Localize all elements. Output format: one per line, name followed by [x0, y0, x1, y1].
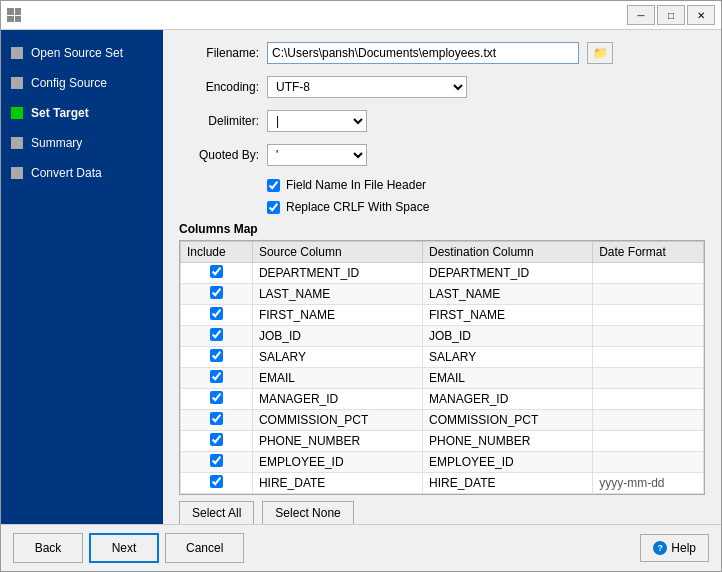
row-destination-cell: EMPLOYEE_ID [423, 452, 593, 473]
replace-crlf-label: Replace CRLF With Space [286, 200, 429, 214]
sidebar-item-open-source-set[interactable]: Open Source Set [1, 38, 163, 68]
title-bar-left [7, 8, 21, 22]
app-icon [7, 8, 21, 22]
content-area: Filename: 📁 Encoding: UTF-8 Delimiter: | [163, 30, 721, 524]
title-bar: ─ □ ✕ [1, 1, 721, 30]
row-source-cell: EMPLOYEE_ID [252, 452, 422, 473]
row-date-format-cell [593, 431, 704, 452]
row-include-checkbox[interactable] [210, 454, 223, 467]
minimize-button[interactable]: ─ [627, 5, 655, 25]
col-header-source: Source Column [252, 242, 422, 263]
sidebar-label-open-source-set: Open Source Set [31, 46, 123, 60]
filename-label: Filename: [179, 46, 259, 60]
row-include-checkbox[interactable] [210, 265, 223, 278]
row-date-format-cell [593, 389, 704, 410]
bottom-bar: Back Next Cancel ? Help [1, 524, 721, 571]
main-content: Open Source Set Config Source Set Target… [1, 30, 721, 524]
replace-crlf-row: Replace CRLF With Space [179, 200, 705, 214]
row-date-format-cell [593, 410, 704, 431]
step-indicator-open-source-set [11, 47, 23, 59]
row-include-checkbox[interactable] [210, 391, 223, 404]
row-destination-cell: SALARY [423, 347, 593, 368]
sidebar-item-config-source[interactable]: Config Source [1, 68, 163, 98]
close-button[interactable]: ✕ [687, 5, 715, 25]
table-row: HIRE_DATE HIRE_DATE yyyy-mm-dd [181, 473, 704, 494]
row-source-cell: PHONE_NUMBER [252, 431, 422, 452]
row-source-cell: SALARY [252, 347, 422, 368]
browse-icon: 📁 [593, 46, 608, 60]
step-indicator-set-target [11, 107, 23, 119]
row-date-format-cell [593, 452, 704, 473]
filename-row: Filename: 📁 [179, 42, 705, 64]
quoted-by-select[interactable]: ' [267, 144, 367, 166]
row-include-checkbox[interactable] [210, 412, 223, 425]
row-include-checkbox[interactable] [210, 286, 223, 299]
filename-input[interactable] [267, 42, 579, 64]
field-name-label: Field Name In File Header [286, 178, 426, 192]
browse-button[interactable]: 📁 [587, 42, 613, 64]
row-include-cell [181, 326, 253, 347]
row-include-cell [181, 389, 253, 410]
row-include-checkbox[interactable] [210, 307, 223, 320]
col-header-include: Include [181, 242, 253, 263]
row-source-cell: HIRE_DATE [252, 473, 422, 494]
row-destination-cell: COMMISSION_PCT [423, 410, 593, 431]
sidebar-label-convert-data: Convert Data [31, 166, 102, 180]
row-include-checkbox[interactable] [210, 433, 223, 446]
row-include-checkbox[interactable] [210, 475, 223, 488]
delimiter-row: Delimiter: | [179, 110, 705, 132]
table-row: PHONE_NUMBER PHONE_NUMBER [181, 431, 704, 452]
delimiter-label: Delimiter: [179, 114, 259, 128]
row-include-cell [181, 368, 253, 389]
row-include-checkbox[interactable] [210, 328, 223, 341]
row-include-cell [181, 410, 253, 431]
columns-map-table-container: Include Source Column Destination Column… [179, 240, 705, 495]
select-all-button[interactable]: Select All [179, 501, 254, 524]
row-source-cell: COMMISSION_PCT [252, 410, 422, 431]
row-include-cell [181, 452, 253, 473]
table-row: MANAGER_ID MANAGER_ID [181, 389, 704, 410]
back-button[interactable]: Back [13, 533, 83, 563]
help-label: Help [671, 541, 696, 555]
delimiter-select[interactable]: | [267, 110, 367, 132]
encoding-select[interactable]: UTF-8 [267, 76, 467, 98]
table-row: LAST_NAME LAST_NAME [181, 284, 704, 305]
field-name-checkbox[interactable] [267, 179, 280, 192]
sidebar-item-convert-data[interactable]: Convert Data [1, 158, 163, 188]
table-row: COMMISSION_PCT COMMISSION_PCT [181, 410, 704, 431]
encoding-label: Encoding: [179, 80, 259, 94]
main-window: ─ □ ✕ Open Source Set Config Source Set … [0, 0, 722, 572]
replace-crlf-checkbox[interactable] [267, 201, 280, 214]
row-source-cell: DEPARTMENT_ID [252, 263, 422, 284]
step-indicator-config-source [11, 77, 23, 89]
maximize-button[interactable]: □ [657, 5, 685, 25]
next-button[interactable]: Next [89, 533, 159, 563]
row-include-cell [181, 305, 253, 326]
table-row: EMPLOYEE_ID EMPLOYEE_ID [181, 452, 704, 473]
sidebar-label-set-target: Set Target [31, 106, 89, 120]
sidebar-item-summary[interactable]: Summary [1, 128, 163, 158]
cancel-button[interactable]: Cancel [165, 533, 244, 563]
table-header-row: Include Source Column Destination Column… [181, 242, 704, 263]
field-name-row: Field Name In File Header [179, 178, 705, 192]
sidebar-label-config-source: Config Source [31, 76, 107, 90]
bottom-right-buttons: ? Help [640, 534, 709, 562]
help-button[interactable]: ? Help [640, 534, 709, 562]
row-date-format-cell [593, 368, 704, 389]
row-include-checkbox[interactable] [210, 349, 223, 362]
col-header-date-format: Date Format [593, 242, 704, 263]
row-source-cell: EMAIL [252, 368, 422, 389]
columns-map-title: Columns Map [179, 222, 705, 236]
row-destination-cell: FIRST_NAME [423, 305, 593, 326]
select-buttons: Select All Select None [179, 501, 705, 524]
sidebar-item-set-target[interactable]: Set Target [1, 98, 163, 128]
row-include-checkbox[interactable] [210, 370, 223, 383]
table-row: FIRST_NAME FIRST_NAME [181, 305, 704, 326]
row-destination-cell: DEPARTMENT_ID [423, 263, 593, 284]
select-none-button[interactable]: Select None [262, 501, 353, 524]
quoted-by-label: Quoted By: [179, 148, 259, 162]
columns-map-section: Columns Map Include Source Column Destin… [179, 222, 705, 524]
row-date-format-cell [593, 347, 704, 368]
row-date-format-cell [593, 305, 704, 326]
row-date-format-cell [593, 263, 704, 284]
